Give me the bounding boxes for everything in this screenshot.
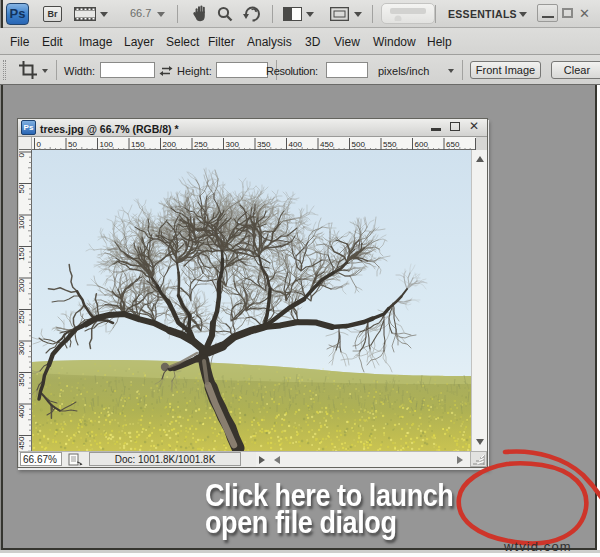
- svg-text:350: 350: [257, 140, 271, 149]
- svg-text:200: 200: [163, 140, 177, 149]
- svg-text:400: 400: [19, 404, 26, 418]
- svg-text:50: 50: [19, 184, 26, 193]
- svg-text:150: 150: [19, 247, 26, 261]
- svg-text:0: 0: [19, 152, 26, 157]
- svg-text:100: 100: [19, 215, 26, 229]
- svg-text:0: 0: [37, 140, 42, 149]
- svg-text:350: 350: [19, 373, 26, 387]
- svg-text:50: 50: [68, 140, 77, 149]
- svg-text:100: 100: [100, 140, 114, 149]
- svg-text:250: 250: [19, 310, 26, 324]
- svg-text:300: 300: [19, 341, 26, 355]
- svg-text:250: 250: [194, 140, 208, 149]
- svg-text:500: 500: [352, 140, 366, 149]
- svg-text:650: 650: [446, 140, 460, 149]
- svg-text:200: 200: [19, 278, 26, 292]
- svg-text:600: 600: [415, 140, 429, 149]
- svg-text:400: 400: [289, 140, 303, 149]
- svg-text:450: 450: [320, 140, 334, 149]
- svg-text:450: 450: [19, 436, 26, 450]
- svg-text:550: 550: [383, 140, 397, 149]
- svg-text:150: 150: [131, 140, 145, 149]
- svg-text:300: 300: [226, 140, 240, 149]
